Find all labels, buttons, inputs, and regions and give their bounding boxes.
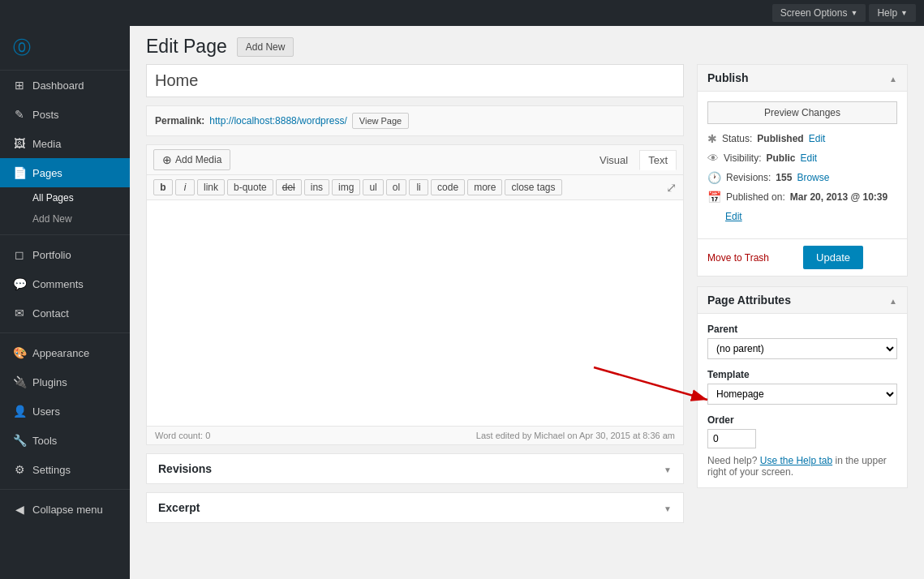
parent-label: Parent xyxy=(707,324,897,335)
format-more-button[interactable]: more xyxy=(467,179,502,195)
settings-icon: ⚙ xyxy=(13,463,26,476)
add-media-button[interactable]: ⊕ Add Media xyxy=(153,149,230,170)
sidebar-item-portfolio[interactable]: ◻ Portfolio xyxy=(0,240,130,269)
editor-statusbar: Word count: 0 Last edited by Michael on … xyxy=(146,427,684,445)
status-row: ✱ Status: Published Edit xyxy=(707,132,897,145)
editor-main: Permalink: http://localhost:8888/wordpre… xyxy=(146,64,684,523)
published-edit-link[interactable]: Edit xyxy=(725,211,742,222)
published-value: Mar 20, 2013 @ 10:39 xyxy=(790,191,887,203)
topbar: Screen Options ▼ Help ▼ xyxy=(0,0,924,26)
update-button[interactable]: Update xyxy=(803,246,863,269)
page-attributes-chevron-icon xyxy=(889,294,897,307)
excerpt-header[interactable]: Excerpt xyxy=(147,493,683,522)
sidebar-item-tools[interactable]: 🔧 Tools xyxy=(0,426,130,455)
format-li-button[interactable]: li xyxy=(409,179,428,195)
published-row: 📅 Published on: Mar 20, 2013 @ 10:39 xyxy=(707,191,897,204)
revisions-label: Revisions: xyxy=(726,172,771,183)
page-title-input[interactable] xyxy=(146,64,684,97)
sidebar-item-label: Comments xyxy=(32,278,84,290)
sidebar-item-appearance[interactable]: 🎨 Appearance xyxy=(0,338,130,367)
publish-panel-body: Preview Changes ✱ Status: Published Edit… xyxy=(698,92,907,238)
format-ol-button[interactable]: ol xyxy=(386,179,406,195)
page-attributes-panel-title: Page Attributes xyxy=(707,294,791,307)
format-bquote-button[interactable]: b-quote xyxy=(227,179,273,195)
visibility-icon: 👁 xyxy=(707,152,719,165)
word-count: Word count: 0 xyxy=(155,431,210,440)
excerpt-label: Excerpt xyxy=(158,501,200,514)
sidebar-item-contact[interactable]: ✉ Contact xyxy=(0,298,130,328)
sidebar-item-posts[interactable]: ✎ Posts xyxy=(0,100,130,129)
page-attributes-panel: Page Attributes Parent (no parent) About… xyxy=(697,286,908,488)
order-input[interactable] xyxy=(707,429,756,448)
permalink-url[interactable]: http://localhost:8888/wordpress/ xyxy=(209,115,346,127)
main-layout: ⓪ ⊞ Dashboard ✎ Posts 🖼 Media 📄 Pages Al… xyxy=(0,26,924,579)
revisions-row: 🕐 Revisions: 155 Browse xyxy=(707,171,897,184)
sidebar-divider-3 xyxy=(0,489,130,490)
revisions-count: 155 xyxy=(776,172,792,183)
add-media-icon: ⊕ xyxy=(162,153,172,166)
preview-changes-button[interactable]: Preview Changes xyxy=(707,101,897,124)
plugins-icon: 🔌 xyxy=(13,375,26,388)
sidebar-divider xyxy=(0,234,130,235)
sidebar-item-label: Plugins xyxy=(32,376,67,388)
sidebar-item-settings[interactable]: ⚙ Settings xyxy=(0,455,130,484)
posts-icon: ✎ xyxy=(13,108,26,121)
screen-options-chevron-icon: ▼ xyxy=(850,9,857,17)
parent-select[interactable]: (no parent) About Blog Contact xyxy=(707,338,897,359)
status-edit-link[interactable]: Edit xyxy=(809,133,826,144)
editor-tabs: Visual Text xyxy=(591,150,677,169)
format-italic-button[interactable]: i xyxy=(175,179,195,195)
sidebar-item-comments[interactable]: 💬 Comments xyxy=(0,269,130,298)
expand-editor-button[interactable]: ⤢ xyxy=(666,180,677,195)
format-bold-button[interactable]: b xyxy=(153,179,173,195)
order-label: Order xyxy=(707,414,897,426)
help-chevron-icon: ▼ xyxy=(900,9,908,17)
help-label: Help xyxy=(877,7,897,19)
sidebar-item-dashboard[interactable]: ⊞ Dashboard xyxy=(0,71,130,100)
sidebar-item-media[interactable]: 🖼 Media xyxy=(0,129,130,158)
help-tab-link[interactable]: Use the Help tab xyxy=(760,455,832,466)
visibility-edit-link[interactable]: Edit xyxy=(800,152,817,164)
media-icon: 🖼 xyxy=(13,137,26,150)
page-attributes-panel-header: Page Attributes xyxy=(698,287,907,314)
content-area: Edit Page Add New Permalink: http://loca… xyxy=(130,26,924,579)
template-select[interactable]: Default Template Homepage Full Width xyxy=(707,384,897,405)
revisions-header[interactable]: Revisions xyxy=(147,454,683,483)
revisions-browse-link[interactable]: Browse xyxy=(797,172,829,183)
template-field-wrapper: Default Template Homepage Full Width xyxy=(707,384,897,414)
comments-icon: 💬 xyxy=(13,277,26,290)
revisions-label: Revisions xyxy=(158,462,212,475)
add-new-button[interactable]: Add New xyxy=(237,37,294,57)
sidebar-item-pages-wrap: 📄 Pages xyxy=(0,158,130,187)
last-edited: Last edited by Michael on Apr 30, 2015 a… xyxy=(476,431,675,440)
screen-options-button[interactable]: Screen Options ▼ xyxy=(772,4,866,22)
format-ins-button[interactable]: ins xyxy=(304,179,329,195)
excerpt-section: Excerpt xyxy=(146,492,684,523)
format-close-tags-button[interactable]: close tags xyxy=(505,179,561,195)
sidebar-item-collapse[interactable]: ◀ Collapse menu xyxy=(0,495,130,524)
published-label: Published on: xyxy=(726,191,785,203)
format-link-button[interactable]: link xyxy=(197,179,225,195)
sidebar-item-plugins[interactable]: 🔌 Plugins xyxy=(0,367,130,397)
help-text: Need help? Use the Help tab in the upper… xyxy=(707,455,897,478)
format-del-button[interactable]: del xyxy=(276,179,302,195)
tab-visual[interactable]: Visual xyxy=(591,150,636,169)
editor-body[interactable] xyxy=(146,199,684,427)
sidebar-sub-all-pages[interactable]: All Pages xyxy=(0,187,130,208)
sidebar: ⓪ ⊞ Dashboard ✎ Posts 🖼 Media 📄 Pages Al… xyxy=(0,26,130,579)
published-icon: 📅 xyxy=(707,191,721,204)
view-page-button[interactable]: View Page xyxy=(352,113,409,129)
sidebar-sub-add-new[interactable]: Add New xyxy=(0,208,130,229)
help-button[interactable]: Help ▼ xyxy=(869,4,916,22)
format-code-button[interactable]: code xyxy=(431,179,465,195)
status-icon: ✱ xyxy=(707,132,717,145)
sidebar-item-pages[interactable]: 📄 Pages xyxy=(0,158,130,187)
publish-panel-footer: Move to Trash Update xyxy=(698,238,907,276)
format-ul-button[interactable]: ul xyxy=(363,179,383,195)
sidebar-active-arrow-icon xyxy=(123,166,130,179)
tab-text[interactable]: Text xyxy=(639,150,677,170)
format-img-button[interactable]: img xyxy=(332,179,360,195)
move-to-trash-button[interactable]: Move to Trash xyxy=(707,252,769,264)
dashboard-icon: ⊞ xyxy=(13,79,26,92)
sidebar-item-users[interactable]: 👤 Users xyxy=(0,397,130,426)
